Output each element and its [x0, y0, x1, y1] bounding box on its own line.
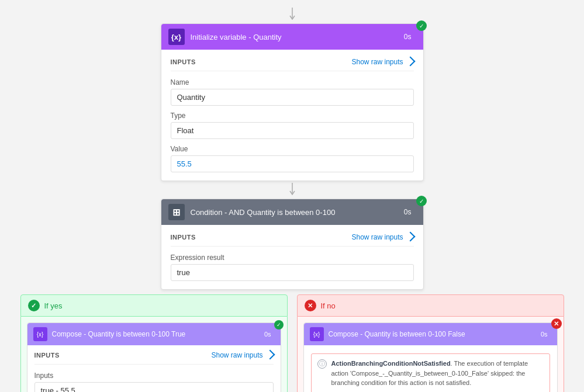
branch-yes-icon: ✓: [28, 300, 40, 311]
condition-card-body: INPUTS Show raw inputs Expression result…: [161, 225, 423, 289]
init-inputs-label: INPUTS: [171, 58, 196, 65]
branch-no-error-icon: ⓘ: [317, 359, 327, 369]
field-label-name: Name: [171, 78, 414, 86]
field-value-expression: true: [171, 264, 414, 281]
field-label-type: Type: [171, 112, 414, 120]
condition-card-check-badge: ✓: [416, 196, 427, 206]
arrow-down-icon: [288, 8, 297, 22]
branch-no-error-text: ActionBranchingConditionNotSatisfied. Th…: [331, 359, 544, 388]
flow-container: {x} Initialize variable - Quantity 0s ✓ …: [0, 0, 584, 392]
condition-inputs-label: INPUTS: [171, 234, 196, 241]
branch-no-icon: ✕: [305, 300, 316, 311]
condition-show-raw-chevron-icon: [405, 232, 415, 242]
condition-inputs-header: INPUTS Show raw inputs: [171, 233, 414, 247]
branch-yes-sub-card-duration: 0s: [264, 331, 271, 338]
branch-no-sub-card-header: {x} Compose - Quantity is between 0-100 …: [304, 323, 557, 345]
branch-yes-inputs-header: INPUTS Show raw inputs: [34, 351, 274, 365]
branch-no-error-strong: ActionBranchingConditionNotSatisfied: [331, 360, 451, 367]
condition-show-raw-button[interactable]: Show raw inputs: [351, 233, 413, 241]
branch-no-sub-card-duration: 0s: [541, 331, 548, 338]
show-raw-chevron-icon: [405, 57, 415, 67]
field-value-name: Quantity: [171, 89, 414, 106]
branch-yes-inputs-label: INPUTS: [34, 352, 60, 359]
condition-card: ⊞ Condition - AND Quantity is between 0-…: [161, 199, 424, 290]
branch-no-x-badge: ✕: [551, 318, 562, 329]
canvas: {x} Initialize variable - Quantity 0s ✓ …: [0, 0, 584, 392]
init-card-header: {x} Initialize variable - Quantity 0s ✓: [161, 24, 423, 50]
branch-row: ✓ If yes {x} Compose - Quantity is betwe…: [20, 294, 564, 392]
branch-yes-sub-card-body: INPUTS Show raw inputs Inputs true - 55.…: [27, 345, 281, 392]
branch-no-label: If no: [321, 301, 336, 310]
init-card-duration: 0s: [404, 33, 412, 41]
branch-no-sub-card-icon: {x}: [310, 327, 324, 341]
branch-yes-show-raw-button[interactable]: Show raw inputs: [211, 351, 273, 359]
branch-yes-header: ✓ If yes: [20, 294, 288, 317]
field-label-value: Value: [171, 145, 414, 153]
branch-yes-check-badge: ✓: [274, 320, 284, 329]
branch-no-sub-card-title: Compose - Quantity is between 0-100 Fals…: [329, 330, 541, 338]
condition-card-icon: ⊞: [168, 204, 185, 220]
branch-yes-card: ✓ If yes {x} Compose - Quantity is betwe…: [20, 294, 288, 392]
branch-yes-inputs-field-label: Inputs: [34, 372, 274, 380]
branch-no-header: ✕ If no: [297, 294, 564, 317]
branch-yes-body: {x} Compose - Quantity is between 0-100 …: [20, 317, 288, 392]
top-arrow-connector: [288, 6, 297, 23]
branch-yes-sub-card-title: Compose - Quantity is between 0-100 True: [52, 330, 264, 338]
condition-card-title: Condition - AND Quantity is between 0-10…: [191, 208, 404, 217]
init-card-title: Initialize variable - Quantity: [191, 33, 404, 41]
branch-no-card: ✕ If no {x} Compose - Quantity is betwee…: [297, 294, 564, 392]
init-inputs-header: INPUTS Show raw inputs: [171, 58, 414, 71]
init-card-check-badge: ✓: [416, 20, 427, 31]
field-value-value: 55.5: [171, 155, 414, 172]
middle-arrow-connector: [288, 181, 297, 199]
branch-no-body: {x} Compose - Quantity is between 0-100 …: [297, 317, 564, 392]
branch-yes-show-raw-chevron-icon: [265, 350, 275, 360]
field-label-expression: Expression result: [171, 254, 414, 262]
branch-yes-inputs-field-value: true - 55.5: [34, 382, 274, 392]
init-card-body: INPUTS Show raw inputs Name Quantity Typ…: [161, 50, 423, 181]
branch-yes-sub-card-header: {x} Compose - Quantity is between 0-100 …: [27, 323, 281, 345]
branch-no-sub-card-body: ⓘ ActionBranchingConditionNotSatisfied. …: [304, 345, 557, 392]
condition-card-header: ⊞ Condition - AND Quantity is between 0-…: [161, 199, 423, 225]
arrow-down-middle-icon: [288, 183, 297, 197]
condition-card-duration: 0s: [404, 208, 412, 216]
branch-no-sub-card: {x} Compose - Quantity is between 0-100 …: [303, 322, 558, 392]
init-variable-card: {x} Initialize variable - Quantity 0s ✓ …: [161, 23, 424, 181]
init-show-raw-button[interactable]: Show raw inputs: [351, 58, 413, 66]
branch-yes-sub-card: {x} Compose - Quantity is between 0-100 …: [27, 322, 281, 392]
branch-yes-label: If yes: [44, 301, 63, 310]
init-card-icon: {x}: [168, 29, 185, 45]
branch-no-error-box: ⓘ ActionBranchingConditionNotSatisfied. …: [311, 353, 550, 392]
branch-yes-sub-card-icon: {x}: [33, 327, 47, 341]
field-value-type: Float: [171, 122, 414, 139]
